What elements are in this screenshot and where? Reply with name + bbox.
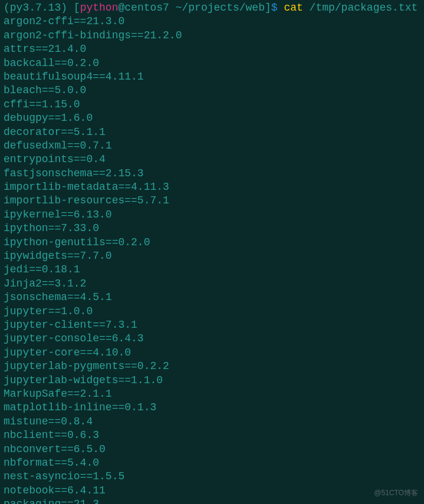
output-line: importlib-metadata==4.11.3 bbox=[4, 180, 420, 194]
command-name: cat bbox=[284, 2, 303, 14]
output-line: decorator==5.1.1 bbox=[4, 126, 420, 139]
prompt-dollar: $ bbox=[271, 2, 278, 14]
output-line: ipython-genutils==0.2.0 bbox=[4, 236, 420, 249]
output-line: mistune==0.8.4 bbox=[4, 415, 420, 429]
output-line: nbformat==5.4.0 bbox=[4, 456, 420, 470]
prompt-user: python bbox=[80, 2, 119, 14]
output-line: nest-asyncio==1.5.5 bbox=[4, 470, 420, 483]
output-line: jupyterlab-pygments==0.2.2 bbox=[4, 360, 420, 373]
output-line: debugpy==1.6.0 bbox=[4, 111, 420, 125]
output-line: nbclient==0.6.3 bbox=[4, 429, 420, 442]
terminal-output: argon2-cffi==21.3.0argon2-cffi-bindings=… bbox=[4, 15, 420, 504]
output-line: jupyter==1.0.0 bbox=[4, 305, 420, 318]
output-line: fastjsonschema==2.15.3 bbox=[4, 167, 420, 180]
venv-indicator: (py3.7.13) bbox=[4, 2, 67, 14]
output-line: MarkupSafe==2.1.1 bbox=[4, 387, 420, 401]
prompt-host: centos7 bbox=[124, 2, 169, 14]
output-line: jupyter-core==4.10.0 bbox=[4, 346, 420, 360]
bracket-open: [ bbox=[74, 2, 80, 14]
prompt-path: ~/projects/web bbox=[176, 2, 265, 14]
output-line: bleach==5.0.0 bbox=[4, 84, 420, 97]
watermark-text: @51CTO博客 bbox=[374, 489, 418, 498]
output-line: ipywidgets==7.7.0 bbox=[4, 249, 420, 263]
output-line: argon2-cffi-bindings==21.2.0 bbox=[4, 29, 420, 42]
output-line: jupyter-console==6.4.3 bbox=[4, 332, 420, 345]
output-line: nbconvert==6.5.0 bbox=[4, 443, 420, 456]
terminal-prompt-line[interactable]: (py3.7.13) [python@centos7 ~/projects/we… bbox=[4, 1, 420, 15]
output-line: jupyter-client==7.3.1 bbox=[4, 318, 420, 332]
output-line: argon2-cffi==21.3.0 bbox=[4, 15, 420, 28]
output-line: cffi==1.15.0 bbox=[4, 98, 420, 111]
output-line: ipython==7.33.0 bbox=[4, 222, 420, 235]
output-line: backcall==0.2.0 bbox=[4, 57, 420, 70]
output-line: jsonschema==4.5.1 bbox=[4, 291, 420, 304]
output-line: Jinja2==3.1.2 bbox=[4, 277, 420, 291]
output-line: beautifulsoup4==4.11.1 bbox=[4, 70, 420, 84]
output-line: jupyterlab-widgets==1.1.0 bbox=[4, 374, 420, 387]
prompt-at: @ bbox=[118, 2, 124, 14]
output-line: entrypoints==0.4 bbox=[4, 153, 420, 166]
output-line: attrs==21.4.0 bbox=[4, 42, 420, 56]
output-line: packaging==21.3 bbox=[4, 498, 420, 504]
output-line: matplotlib-inline==0.1.3 bbox=[4, 401, 420, 414]
output-line: notebook==6.4.11 bbox=[4, 484, 420, 498]
output-line: ipykernel==6.13.0 bbox=[4, 208, 420, 222]
output-line: importlib-resources==5.7.1 bbox=[4, 194, 420, 207]
bracket-close: ] bbox=[265, 2, 271, 14]
output-line: jedi==0.18.1 bbox=[4, 263, 420, 276]
output-line: defusedxml==0.7.1 bbox=[4, 139, 420, 153]
command-arg: /tmp/packages.txt bbox=[310, 2, 418, 14]
